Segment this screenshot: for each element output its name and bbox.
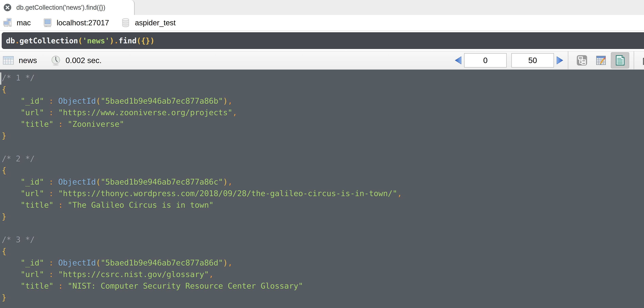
tree-view-icon: [576, 55, 588, 66]
results-text-view[interactable]: /* 1 */{ "_id" : ObjectId("5baed1b9e946a…: [0, 70, 644, 308]
result-line: [2, 142, 644, 153]
text-view-icon: [614, 55, 626, 66]
result-line: {: [2, 246, 644, 257]
collection-name: news: [19, 56, 37, 65]
result-line: /* 2 */: [2, 153, 644, 164]
results-toolbar: news 0.002 sec.: [0, 51, 644, 70]
close-icon[interactable]: [4, 4, 12, 12]
breadcrumb-item-label: aspider_test: [135, 18, 176, 27]
prev-page-icon[interactable]: [454, 56, 462, 65]
result-line: }: [2, 292, 644, 303]
query-editor[interactable]: db.getCollection('news').find({}): [2, 32, 644, 49]
custom-view-icon: [642, 55, 644, 66]
query-tab[interactable]: db.getCollection('news').find({}): [0, 0, 135, 15]
query-section: db.getCollection('news').find({}): [0, 31, 644, 51]
breadcrumb-item-label: mac: [17, 18, 31, 27]
result-line: "url" : "https://thonyc.wordpress.com/20…: [2, 188, 644, 199]
clock-icon: [50, 55, 61, 66]
result-line: }: [2, 211, 644, 222]
breadcrumb-item-server: localhost:27017: [43, 18, 109, 28]
next-page-icon[interactable]: [556, 56, 564, 65]
computers-icon: [3, 18, 12, 28]
result-line: "_id" : ObjectId("5baed1b9e946ab7ec877a8…: [2, 176, 644, 188]
query-code: db.getCollection('news').find({}): [6, 36, 154, 45]
result-line: "_id" : ObjectId("5baed1b9e946ab7ec877a8…: [2, 95, 644, 107]
toolbar-separator: [568, 51, 568, 69]
result-line: {: [2, 164, 644, 176]
result-line: "title" : "NIST: Computer Security Resou…: [2, 280, 644, 292]
text-view-button[interactable]: [611, 52, 629, 68]
document-lines: /* 1 */{ "_id" : ObjectId("5baed1b9e946a…: [2, 72, 644, 303]
result-line: "title" : "Zooniverse": [2, 118, 644, 130]
tab-bar: db.getCollection('news').find({}): [0, 0, 644, 15]
table-view-icon: [596, 55, 606, 66]
robomongo-window: db.getCollection('news').find({}): [0, 0, 644, 308]
custom-view-button[interactable]: [638, 52, 644, 68]
monitor-icon: [43, 18, 52, 28]
result-line: {: [2, 84, 644, 95]
execution-time: 0.002 sec.: [66, 56, 102, 65]
pagination-and-views: [454, 51, 644, 69]
result-line: "url" : "https://www.zooniverse.org/proj…: [2, 107, 644, 118]
result-line: }: [2, 130, 644, 142]
breadcrumb: mac localhost:27017 aspider: [0, 15, 644, 31]
result-line: /* 1 */: [2, 72, 644, 84]
result-line: "url" : "https://csrc.nist.gov/glossary"…: [2, 268, 644, 280]
results-summary: news 0.002 sec.: [0, 55, 102, 66]
breadcrumb-item-label: localhost:27017: [56, 18, 109, 27]
tree-view-button[interactable]: [573, 52, 591, 68]
limit-input[interactable]: [512, 53, 554, 68]
result-line: "title" : "The Galileo Circus is in town…: [2, 199, 644, 211]
result-line: /* 3 */: [2, 234, 644, 246]
result-line: [2, 222, 644, 234]
text-cursor: [0, 72, 1, 85]
breadcrumb-item-server-group: mac: [3, 18, 31, 28]
breadcrumb-item-database: aspider_test: [121, 18, 176, 28]
database-icon: [121, 18, 131, 28]
toolbar-separator: [634, 51, 634, 69]
skip-input[interactable]: [464, 53, 507, 68]
result-line: "_id" : ObjectId("5baed1b9e946ab7ec877a8…: [2, 257, 644, 268]
table-view-button[interactable]: [592, 52, 610, 68]
tab-title: db.getCollection('news').find({}): [16, 4, 106, 11]
table-icon: [3, 55, 14, 66]
